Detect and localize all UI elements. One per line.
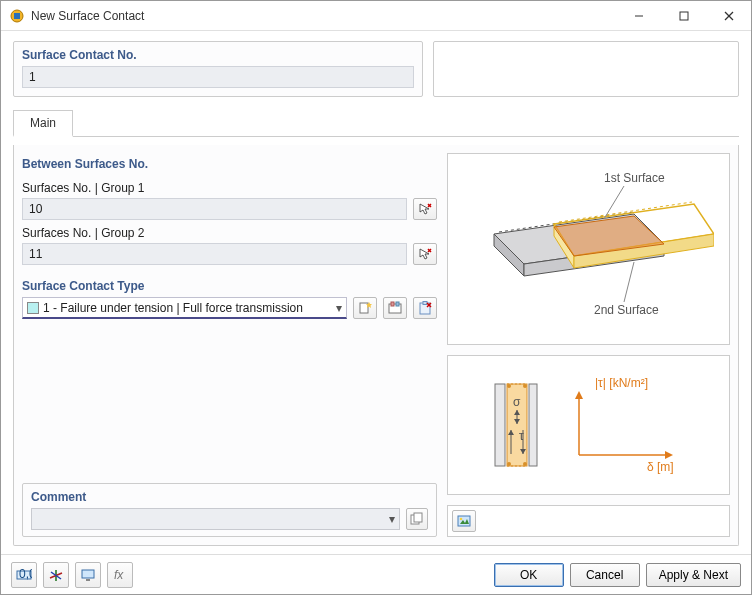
- minimize-button[interactable]: [616, 1, 661, 30]
- second-surface-label: 2nd Surface: [594, 303, 659, 317]
- xaxis-label: δ [m]: [647, 460, 674, 474]
- maximize-button[interactable]: [661, 1, 706, 30]
- top-strip: Surface Contact No. 1: [13, 41, 739, 97]
- svg-line-29: [624, 262, 634, 302]
- between-surfaces-heading: Between Surfaces No.: [22, 157, 437, 171]
- svg-point-37: [523, 462, 527, 466]
- svg-text:σ: σ: [513, 395, 521, 409]
- close-button[interactable]: [706, 1, 751, 30]
- surface-3d-preview: 1st Surface 2nd Surface: [447, 153, 730, 345]
- pick-cursor-icon: [418, 247, 432, 261]
- pick-group2-button[interactable]: [413, 243, 437, 265]
- svg-point-35: [523, 384, 527, 388]
- surface-contact-no-input[interactable]: 1: [22, 66, 414, 88]
- layer-stress-icon: σ τ: [489, 380, 539, 470]
- svg-marker-51: [665, 451, 673, 459]
- svg-rect-30: [495, 384, 505, 466]
- tau-delta-graph-icon: |τ| [kN/m²] δ [m]: [559, 375, 689, 475]
- svg-point-36: [507, 462, 511, 466]
- display-button[interactable]: [75, 562, 101, 588]
- edit-contact-type-button[interactable]: [383, 297, 407, 319]
- surface-contact-no-group: Surface Contact No. 1: [13, 41, 423, 97]
- pick-cursor-icon: [418, 202, 432, 216]
- svg-rect-1: [14, 13, 20, 19]
- axes-icon: [48, 567, 64, 583]
- surface-contact-no-label: Surface Contact No.: [22, 48, 414, 62]
- svg-rect-3: [680, 12, 688, 20]
- svg-point-54: [460, 518, 463, 521]
- pick-group1-button[interactable]: [413, 198, 437, 220]
- group2-input[interactable]: 11: [22, 243, 407, 265]
- ok-button[interactable]: OK: [494, 563, 564, 587]
- contact-graph-panel: σ τ |τ| [kN/m²] δ [m]: [447, 355, 730, 495]
- svg-rect-13: [391, 302, 394, 306]
- section-left: Between Surfaces No. Surfaces No. | Grou…: [22, 153, 437, 537]
- new-contact-type-button[interactable]: [353, 297, 377, 319]
- svg-marker-49: [575, 391, 583, 399]
- group1-label: Surfaces No. | Group 1: [22, 181, 437, 195]
- group2-label: Surfaces No. | Group 2: [22, 226, 437, 240]
- tab-main[interactable]: Main: [13, 110, 73, 137]
- svg-rect-52: [458, 516, 470, 526]
- pick-image-button[interactable]: [452, 510, 476, 532]
- units-button[interactable]: 0,00: [11, 562, 37, 588]
- app-icon: [9, 8, 25, 24]
- remove-contact-type-button[interactable]: [413, 297, 437, 319]
- footer: 0,00 fx OK Cancel Apply & Next: [1, 554, 751, 594]
- function-button[interactable]: fx: [107, 562, 133, 588]
- comment-heading: Comment: [31, 490, 428, 504]
- picture-icon: [457, 514, 471, 528]
- units-icon: 0,00: [16, 567, 32, 583]
- yaxis-label: |τ| [kN/m²]: [595, 376, 648, 390]
- svg-text:0,00: 0,00: [19, 567, 32, 581]
- tab-row: Main: [13, 109, 739, 137]
- contact-type-selected: 1 - Failure under tension | Full force t…: [43, 301, 332, 315]
- cancel-button[interactable]: Cancel: [570, 563, 640, 587]
- dialog-window: New Surface Contact Surface Contact No. …: [0, 0, 752, 595]
- top-right-preview: [433, 41, 739, 97]
- main-section: Between Surfaces No. Surfaces No. | Grou…: [13, 145, 739, 546]
- pick-panel: [447, 505, 730, 537]
- section-right: 1st Surface 2nd Surface σ: [447, 153, 730, 537]
- top-left: Surface Contact No. 1: [13, 41, 423, 97]
- surface-preview-icon: 1st Surface 2nd Surface: [464, 164, 714, 334]
- contact-type-combo[interactable]: 1 - Failure under tension | Full force t…: [22, 297, 347, 319]
- comment-group: Comment ▾: [22, 483, 437, 537]
- svg-point-34: [507, 384, 511, 388]
- multi-doc-icon: [410, 512, 424, 526]
- library-icon: [388, 301, 402, 315]
- monitor-icon: [80, 567, 96, 583]
- contact-type-color-swatch: [27, 302, 39, 314]
- svg-rect-16: [423, 302, 427, 305]
- titlebar: New Surface Contact: [1, 1, 751, 31]
- fx-icon: fx: [112, 567, 128, 583]
- comment-edit-button[interactable]: [406, 508, 428, 530]
- new-doc-star-icon: [358, 301, 372, 315]
- svg-rect-14: [396, 302, 399, 306]
- svg-rect-61: [86, 579, 90, 581]
- svg-rect-60: [82, 570, 94, 578]
- apply-next-button[interactable]: Apply & Next: [646, 563, 741, 587]
- svg-rect-20: [414, 513, 422, 522]
- comment-combo[interactable]: ▾: [31, 508, 400, 530]
- svg-rect-47: [529, 384, 537, 466]
- dialog-body: Surface Contact No. 1 Main Between Surfa…: [1, 31, 751, 554]
- window-title: New Surface Contact: [31, 9, 616, 23]
- chevron-down-icon: ▾: [336, 301, 342, 315]
- clipboard-x-icon: [418, 301, 432, 315]
- coord-button[interactable]: [43, 562, 69, 588]
- group1-input[interactable]: 10: [22, 198, 407, 220]
- svg-text:fx: fx: [114, 568, 124, 582]
- first-surface-label: 1st Surface: [604, 171, 665, 185]
- contact-type-heading: Surface Contact Type: [22, 279, 437, 293]
- chevron-down-icon: ▾: [389, 512, 395, 526]
